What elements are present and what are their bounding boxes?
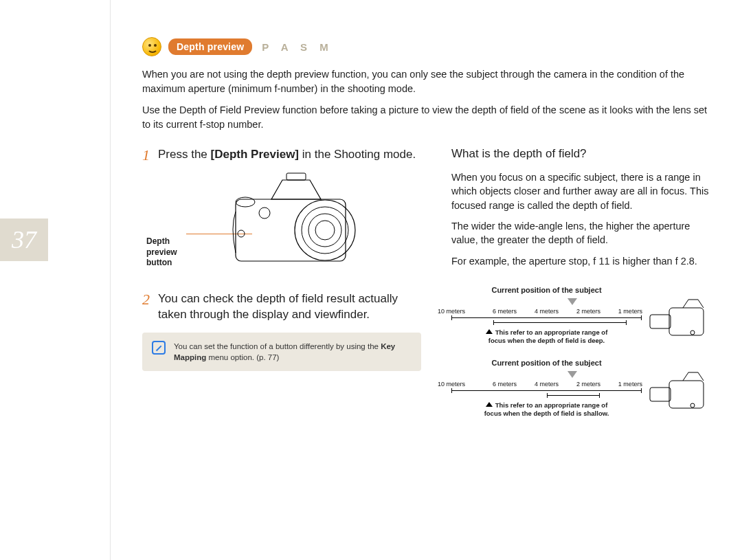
smiley-icon xyxy=(142,37,161,56)
subheading: What is the depth of field? xyxy=(451,147,710,161)
triangle-up-icon xyxy=(486,329,493,334)
dof-title: Current position of the subject xyxy=(451,359,710,367)
mode-indicator: P A S M xyxy=(262,41,333,53)
svg-point-2 xyxy=(295,200,355,260)
svg-rect-9 xyxy=(669,308,704,335)
step-number: 1 xyxy=(142,147,150,164)
subject-marker-icon xyxy=(567,298,577,305)
step-2: 2 You can check the depth of field resul… xyxy=(142,291,421,323)
svg-rect-12 xyxy=(669,381,704,408)
dof-p1: When you focus on a specific subject, th… xyxy=(451,170,710,212)
distance-axis xyxy=(451,317,642,318)
dof-p3: For example, the aperture stop, f 11 is … xyxy=(451,254,710,268)
right-column: What is the depth of field? When you foc… xyxy=(451,147,710,414)
svg-rect-0 xyxy=(236,199,346,261)
focus-range-bar xyxy=(493,322,627,323)
step-body: Press the [Depth Preview] in the Shootin… xyxy=(158,147,416,164)
dof-diagram-deep: Current position of the subject 10 meter… xyxy=(451,286,710,341)
dof-scale: 10 meters 6 meters 4 meters 2 meters 1 m… xyxy=(451,371,642,410)
svg-point-7 xyxy=(238,230,245,237)
dof-p2: The wider the wide-angle lens, the highe… xyxy=(451,219,710,247)
svg-point-14 xyxy=(690,403,695,407)
focus-range-bar xyxy=(547,395,600,396)
intro-p1: When you are not using the depth preview… xyxy=(142,67,710,96)
svg-point-11 xyxy=(690,331,695,335)
svg-point-4 xyxy=(308,214,341,247)
camera-icon xyxy=(229,172,373,275)
page-sidebar: 37 xyxy=(0,0,110,560)
subject-marker-icon xyxy=(567,371,577,378)
section-heading: Depth preview P A S M xyxy=(142,37,710,56)
intro-paragraphs: When you are not using the depth preview… xyxy=(142,67,710,132)
distance-axis xyxy=(451,390,642,391)
page-number: 37 xyxy=(0,219,48,261)
svg-rect-1 xyxy=(286,173,306,180)
range-caption: This refer to an appropriate range offoc… xyxy=(451,401,642,418)
page-content: Depth preview P A S M When you are not u… xyxy=(110,0,742,560)
depth-preview-button-label: Depth preview button xyxy=(146,236,186,269)
step-body: You can check the depth of field result … xyxy=(158,291,421,323)
dof-diagram-shallow: Current position of the subject 10 meter… xyxy=(451,359,710,414)
note-icon xyxy=(152,341,166,355)
svg-rect-13 xyxy=(650,388,671,401)
svg-point-8 xyxy=(259,208,270,219)
range-caption: This refer to an appropriate range offoc… xyxy=(451,328,642,345)
svg-rect-10 xyxy=(650,315,671,328)
intro-p2: Use the Depth of Field Preview function … xyxy=(142,103,710,132)
section-title-pill: Depth preview xyxy=(168,38,252,55)
dof-scale: 10 meters 6 meters 4 meters 2 meters 1 m… xyxy=(451,298,642,337)
dof-title: Current position of the subject xyxy=(451,286,710,294)
svg-point-5 xyxy=(315,221,335,240)
note-box: You can set the function of a button dif… xyxy=(142,333,421,371)
camera-illustration: Depth preview button xyxy=(174,172,394,282)
camera-side-icon xyxy=(649,298,710,341)
note-text: You can set the function of a button dif… xyxy=(174,341,412,363)
svg-point-6 xyxy=(236,197,255,207)
camera-side-icon xyxy=(649,371,710,414)
triangle-up-icon xyxy=(486,402,493,407)
step-number: 2 xyxy=(142,291,150,323)
step-1: 1 Press the [Depth Preview] in the Shoot… xyxy=(142,147,421,164)
left-column: 1 Press the [Depth Preview] in the Shoot… xyxy=(142,147,421,414)
